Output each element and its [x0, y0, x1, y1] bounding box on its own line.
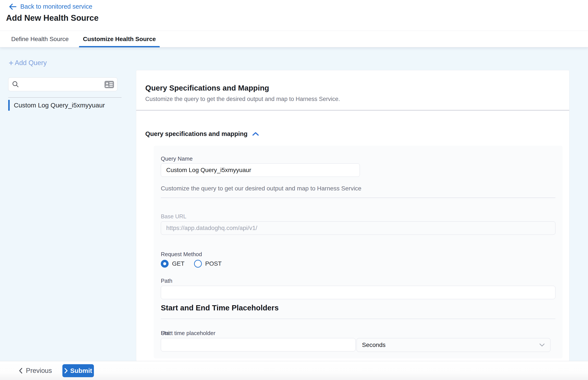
start-time-input[interactable]: [161, 338, 356, 351]
card-header-divider: [136, 110, 569, 111]
unit-select-value: Seconds: [362, 342, 385, 348]
tab-bar: Define Health Source Customize Health So…: [0, 31, 588, 47]
page-header: Back to monitored service Add New Health…: [0, 0, 588, 47]
page-title: Add New Health Source: [6, 13, 99, 23]
unit-select[interactable]: Seconds: [357, 338, 551, 352]
selected-indicator-bar: [8, 100, 10, 111]
back-link-label: Back to monitored service: [20, 3, 92, 10]
section-toggle[interactable]: Query specifications and mapping: [145, 130, 259, 137]
plus-icon: +: [9, 59, 13, 67]
add-query-label: Add Query: [15, 59, 47, 67]
query-help-text: Customize the query to get our desired o…: [161, 185, 361, 192]
contact-card-icon[interactable]: [104, 81, 114, 89]
base-url-input: [161, 221, 555, 235]
previous-button[interactable]: Previous: [18, 361, 52, 380]
submit-label: Submit: [70, 367, 92, 374]
radio-selected-icon[interactable]: [161, 260, 169, 267]
active-tab-underline: [79, 46, 160, 47]
unit-label: Unit: [161, 330, 171, 337]
panel-divider-2: [161, 319, 555, 319]
base-url-label: Base URL: [161, 213, 187, 220]
chevron-left-icon: [18, 367, 23, 374]
back-to-monitored-service-link[interactable]: Back to monitored service: [9, 3, 92, 10]
query-item-label: Custom Log Query_i5xmyyuaur: [14, 102, 105, 109]
query-list-item[interactable]: Custom Log Query_i5xmyyuaur: [8, 100, 105, 111]
query-mapping-card: Query Specifications and Mapping Customi…: [136, 70, 570, 361]
placeholders-heading: Start and End Time Placeholders: [161, 304, 279, 312]
tab-customize-health-source[interactable]: Customize Health Source: [83, 31, 156, 47]
radio-unselected-icon[interactable]: [194, 260, 202, 267]
query-search-input[interactable]: [22, 77, 104, 91]
chevron-down-icon: [539, 343, 545, 347]
previous-label: Previous: [26, 367, 52, 375]
card-subtitle: Customize the query to get the desired o…: [145, 96, 340, 102]
query-search-box: [8, 77, 117, 91]
back-arrow-icon: [9, 3, 17, 10]
add-query-button[interactable]: + Add Query: [9, 59, 47, 67]
path-input[interactable]: [161, 286, 555, 299]
panel-divider: [161, 198, 555, 198]
sidebar-divider: [8, 97, 121, 98]
chevron-right-icon: [64, 368, 68, 374]
query-name-input[interactable]: [161, 163, 360, 177]
radio-post[interactable]: POST: [194, 260, 222, 267]
chevron-up-icon[interactable]: [252, 132, 259, 137]
tab-define-health-source[interactable]: Define Health Source: [11, 31, 69, 47]
path-label: Path: [161, 278, 173, 284]
submit-button[interactable]: Submit: [62, 364, 94, 377]
query-name-label: Query Name: [161, 155, 192, 162]
section-title: Query specifications and mapping: [145, 130, 248, 137]
footer-bar: Previous Submit: [0, 361, 588, 380]
request-method-radio-group: GET POST: [161, 260, 222, 267]
search-icon: [12, 81, 19, 89]
request-method-label: Request Method: [161, 251, 202, 258]
query-spec-panel: Query Name Customize the query to get ou…: [154, 146, 563, 358]
card-title: Query Specifications and Mapping: [145, 84, 269, 92]
radio-get[interactable]: GET: [161, 260, 185, 267]
